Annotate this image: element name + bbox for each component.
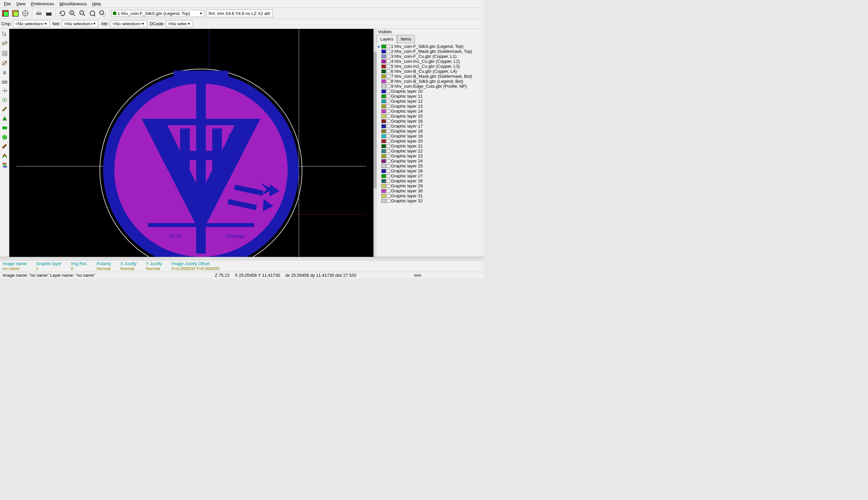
print-icon[interactable] [34, 9, 44, 18]
layer-row[interactable]: Graphic layer 10 [377, 89, 483, 94]
measure-tool-icon[interactable] [0, 38, 9, 47]
layer-visibility-checkbox[interactable] [387, 134, 390, 138]
layer-visibility-checkbox[interactable] [387, 89, 390, 93]
layer-row[interactable]: 7 hhv_coin-B_Mask.gbr (Soldermask, Bot) [377, 74, 483, 79]
layer-color-swatch[interactable] [381, 94, 386, 98]
layer-row[interactable]: Graphic layer 17 [377, 124, 483, 128]
layer-color-swatch[interactable] [381, 75, 386, 78]
layer-color-swatch[interactable] [381, 89, 386, 93]
menu-miscellaneous[interactable]: Miscellaneous [57, 1, 89, 7]
layer-color-swatch[interactable] [381, 144, 386, 148]
tab-layers[interactable]: Layers [377, 35, 397, 43]
layer-color-swatch[interactable] [381, 129, 386, 133]
layer-color-swatch[interactable] [381, 84, 386, 88]
show-negative-icon[interactable] [0, 123, 9, 133]
layer-row[interactable]: Graphic layer 13 [377, 104, 483, 109]
layer-row[interactable]: 8 hhv_coin-B_SilkS.gbr (Legend, Bot) [377, 79, 483, 84]
layer-row[interactable]: Graphic layer 16 [377, 118, 483, 124]
layer-color-swatch[interactable] [381, 49, 386, 54]
diff-mode-icon[interactable] [0, 142, 9, 151]
layer-visibility-checkbox[interactable] [387, 169, 390, 173]
layer-color-swatch[interactable] [381, 189, 386, 193]
layer-row[interactable]: Graphic layer 31 [377, 193, 483, 198]
layer-visibility-checkbox[interactable] [387, 84, 390, 88]
layer-row[interactable]: Graphic layer 23 [377, 154, 483, 158]
layer-visibility-checkbox[interactable] [387, 99, 390, 103]
layer-visibility-checkbox[interactable] [387, 49, 390, 53]
gerber-canvas[interactable]: 2 DC 29 Challenge [9, 29, 373, 257]
layer-row[interactable]: Graphic layer 32 [377, 198, 483, 203]
zoom-out-icon[interactable] [78, 9, 87, 18]
layer-color-swatch[interactable] [381, 199, 386, 203]
layer-visibility-checkbox[interactable] [387, 199, 390, 203]
dcodes-display-icon[interactable]: D [0, 133, 9, 142]
layer-color-swatch[interactable] [381, 174, 386, 178]
layer-visibility-checkbox[interactable] [387, 94, 390, 98]
layer-color-swatch[interactable] [381, 184, 386, 188]
layer-visibility-checkbox[interactable] [387, 75, 390, 78]
layer-color-swatch[interactable] [381, 59, 386, 64]
layer-row[interactable]: 2 hhv_coin-F_Mask.gbr (Soldermask, Top) [377, 49, 483, 54]
layer-visibility-checkbox[interactable] [387, 184, 390, 188]
layer-visibility-checkbox[interactable] [387, 124, 390, 128]
layer-row[interactable]: 3 hhv_coin-F_Cu.gbr (Copper, L1) [377, 54, 483, 59]
layer-row[interactable]: ▶1 hhv_coin-F_SilkS.gbr (Legend, Top) [377, 44, 483, 49]
layer-color-swatch[interactable] [381, 139, 386, 143]
layer-row[interactable]: Graphic layer 25 [377, 163, 483, 168]
layer-row[interactable]: Graphic layer 20 [377, 138, 483, 144]
zoom-region-icon[interactable] [98, 9, 107, 18]
layer-row[interactable]: Graphic layer 11 [377, 94, 483, 99]
layer-row[interactable]: Graphic layer 19 [377, 134, 483, 138]
layer-color-swatch[interactable] [381, 109, 386, 113]
mm-unit-icon[interactable]: mm [0, 77, 9, 86]
layer-visibility-checkbox[interactable] [387, 109, 390, 113]
layer-visibility-checkbox[interactable] [387, 79, 390, 83]
horizontal-scrollbar[interactable] [0, 257, 484, 260]
layer-visibility-checkbox[interactable] [387, 119, 390, 123]
layer-row[interactable]: Graphic layer 18 [377, 128, 483, 134]
dcode-dropdown[interactable]: <No selec▼ [166, 20, 193, 27]
layer-visibility-checkbox[interactable] [387, 55, 390, 58]
tab-items[interactable]: Items [397, 35, 415, 43]
menu-preferences[interactable]: Preferences [28, 1, 57, 7]
layer-color-swatch[interactable] [381, 194, 386, 198]
layer-visibility-checkbox[interactable] [387, 104, 390, 108]
layer-row[interactable]: Graphic layer 22 [377, 148, 483, 154]
layer-color-swatch[interactable] [381, 65, 386, 68]
layer-row[interactable]: Graphic layer 26 [377, 168, 483, 173]
layer-color-swatch[interactable] [381, 45, 386, 48]
menu-view[interactable]: View [14, 1, 28, 7]
layer-visibility-checkbox[interactable] [387, 179, 390, 183]
layer-row[interactable]: Graphic layer 12 [377, 99, 483, 104]
layer-color-swatch[interactable] [381, 169, 386, 173]
reload-icon[interactable] [11, 9, 20, 18]
layer-visibility-checkbox[interactable] [387, 189, 390, 193]
refresh-icon[interactable] [58, 9, 67, 18]
layer-color-swatch[interactable] [381, 149, 386, 153]
layer-visibility-checkbox[interactable] [387, 154, 390, 158]
layer-color-swatch[interactable] [381, 179, 386, 183]
layer-row[interactable]: 4 hhv_coin-In1_Cu.gbr (Copper, L2) [377, 59, 483, 64]
layer-color-swatch[interactable] [381, 154, 386, 158]
high-contrast-icon[interactable] [0, 151, 9, 160]
layer-visibility-checkbox[interactable] [387, 139, 390, 143]
zoom-fit-icon[interactable] [88, 9, 97, 18]
layer-visibility-checkbox[interactable] [387, 164, 390, 168]
layer-row[interactable]: 6 hhv_coin-B_Cu.gbr (Copper, L4) [377, 69, 483, 74]
layer-visibility-checkbox[interactable] [387, 129, 390, 133]
layer-color-swatch[interactable] [381, 159, 386, 163]
clear-layers-icon[interactable] [1, 9, 10, 18]
layer-visibility-checkbox[interactable] [387, 69, 390, 73]
layer-row[interactable]: Graphic layer 24 [377, 158, 483, 163]
layer-row[interactable]: 9 hhv_coin-Edge_Cuts.gbr (Profile, NP) [377, 84, 483, 89]
active-layer-dropdown[interactable]: 1 hhv_coin-F_SilkS.gbr (Legend, Top) ▼ [111, 10, 204, 17]
select-tool-icon[interactable] [0, 29, 9, 38]
layer-color-swatch[interactable] [381, 124, 386, 128]
layer-color-swatch[interactable] [381, 79, 386, 83]
layer-visibility-checkbox[interactable] [387, 159, 390, 163]
sketch-lines-icon[interactable] [0, 105, 9, 114]
layer-visibility-checkbox[interactable] [387, 114, 390, 118]
layer-visibility-checkbox[interactable] [387, 144, 390, 148]
layer-color-swatch[interactable] [381, 119, 386, 123]
cursor-shape-icon[interactable] [0, 86, 9, 95]
